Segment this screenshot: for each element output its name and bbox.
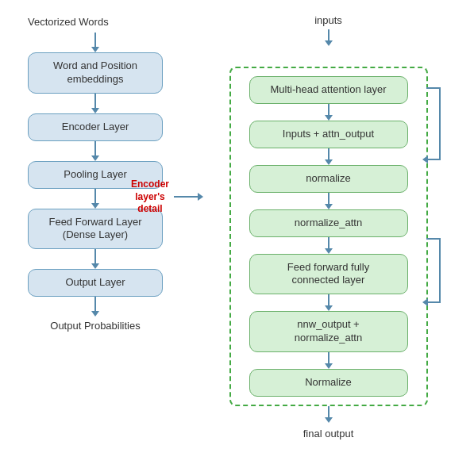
arrow-r-2 bbox=[325, 148, 333, 165]
encoder-layer-node: Encoder Layer bbox=[28, 113, 163, 141]
arrow-1 bbox=[91, 33, 99, 52]
arrow-4 bbox=[91, 189, 99, 209]
left-column: Vectorized Words Word and Positionembedd… bbox=[8, 8, 183, 468]
arrow-r-4 bbox=[325, 237, 333, 254]
right-column: inputs Multi-head attention layer bbox=[191, 8, 466, 468]
arrow-3 bbox=[91, 141, 99, 161]
arrow-r-1 bbox=[325, 104, 333, 121]
inputs-label: inputs bbox=[314, 14, 342, 26]
arrow-into-box bbox=[325, 29, 333, 46]
nnw-output-node: nnw_output +normalize_attn bbox=[249, 311, 408, 352]
normalize-final-node: Normalize bbox=[249, 369, 408, 397]
output-probabilities-label: Output Probabilities bbox=[50, 320, 140, 332]
arrow-r-5 bbox=[325, 294, 333, 311]
encoder-detail-box: Multi-head attention layer Inputs + attn… bbox=[229, 67, 428, 406]
vectorized-words-label: Vectorized Words bbox=[28, 16, 109, 28]
feed-forward-fc-node: Feed forward fullyconnected layer bbox=[249, 254, 408, 295]
arrow-out-box bbox=[325, 406, 333, 423]
arrow-2 bbox=[91, 94, 99, 113]
arrow-6 bbox=[91, 297, 99, 317]
multi-head-attn-node: Multi-head attention layer bbox=[249, 76, 408, 104]
arrow-5 bbox=[91, 249, 99, 269]
word-pos-embeddings-node: Word and Positionembeddings bbox=[28, 52, 163, 94]
arrow-r-3 bbox=[325, 193, 333, 209]
output-layer-node: Output Layer bbox=[28, 269, 163, 297]
normalize-node: normalize bbox=[249, 165, 408, 193]
normalize-attn-node: normalize_attn bbox=[249, 209, 408, 237]
inputs-attn-output-node: Inputs + attn_output bbox=[249, 121, 408, 148]
arrow-r-6 bbox=[325, 352, 333, 369]
final-output-label: final output bbox=[303, 428, 354, 440]
